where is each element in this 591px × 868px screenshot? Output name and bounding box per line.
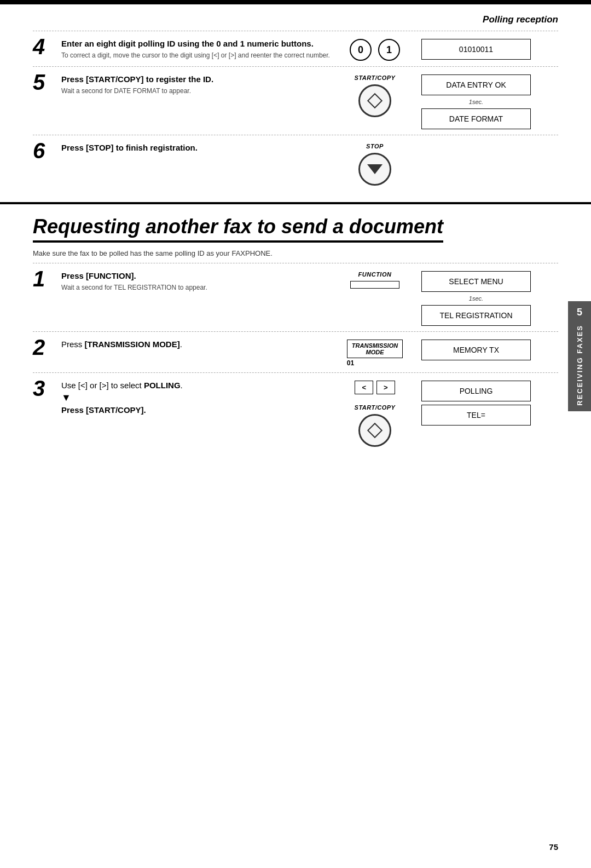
step-b3-row: 3 Use [<] or [>] to select POLLING. ▼ Pr… <box>33 372 558 452</box>
step-5-btn-label: START/COPY <box>355 74 396 81</box>
step-b1-content: Press [FUNCTION]. Wait a second for TEL … <box>61 271 339 292</box>
step-b1-title: Press [FUNCTION]. <box>61 271 339 280</box>
step-b3-display-2: TEL= <box>421 405 531 426</box>
page-container: Polling reception 4 Enter an eight digit… <box>0 0 591 868</box>
step-5-row: 5 Press [START/COPY] to register the ID.… <box>33 66 558 135</box>
step-b3-btn-label: START/COPY <box>355 404 396 411</box>
stop-icon <box>367 164 383 174</box>
top-bar <box>0 0 591 4</box>
step-b1-btn-col: FUNCTION <box>339 271 410 289</box>
step-b2-display-1: MEMORY TX <box>421 340 531 360</box>
key-1: 1 <box>378 39 400 61</box>
step-5-display-2: DATE FORMAT <box>421 108 531 129</box>
step-b3-content: Use [<] or [>] to select POLLING. ▼ Pres… <box>61 381 339 417</box>
start-copy-button-top[interactable] <box>358 84 391 117</box>
step-b3-inner: 3 Use [<] or [>] to select POLLING. ▼ Pr… <box>33 381 558 447</box>
top-steps-section: 4 Enter an eight digit polling ID using … <box>0 25 591 202</box>
step-5-btn-col: START/COPY <box>339 74 410 117</box>
step-b2-number: 2 <box>33 336 61 358</box>
tm-number: 01 <box>347 359 354 367</box>
arrow-buttons: < > <box>355 381 395 394</box>
step-b1-row: 1 Press [FUNCTION]. Wait a second for TE… <box>33 263 558 331</box>
key-0: 0 <box>350 39 372 61</box>
step-b1-onesec: 1sec. <box>421 295 531 302</box>
step-4-inner: 4 Enter an eight digit polling ID using … <box>33 39 558 61</box>
step-6-content: Press [STOP] to finish registration. <box>61 143 339 154</box>
left-arrow-button[interactable]: < <box>355 381 373 394</box>
step-6-right: STOP <box>339 143 558 186</box>
function-button[interactable] <box>350 281 399 289</box>
step-b1-display-2: TEL REGISTRATION <box>421 305 531 326</box>
step-b1-inner: 1 Press [FUNCTION]. Wait a second for TE… <box>33 271 558 326</box>
bottom-steps-section: 1 Press [FUNCTION]. Wait a second for TE… <box>0 263 591 452</box>
big-heading: Requesting another fax to send a documen… <box>33 215 443 243</box>
step-5-number: 5 <box>33 71 61 93</box>
step-b3-disp-col: POLLING TEL= <box>421 381 531 426</box>
step-6-btn-col: STOP <box>339 143 410 186</box>
side-tab-text: RECEIVING FAXES <box>576 325 584 406</box>
step-b3-right: < > START/COPY POLLING TEL= <box>339 381 558 447</box>
step-4-disp-col: 01010011 <box>421 39 531 60</box>
step-4-title: Enter an eight digit polling ID using th… <box>61 39 339 48</box>
step-b3-btn-col: < > START/COPY <box>339 381 410 447</box>
step-6-row: 6 Press [STOP] to finish registration. S… <box>33 135 558 191</box>
side-tab-number: 5 <box>577 307 582 318</box>
step-6-number: 6 <box>33 140 61 162</box>
step-b3-number: 3 <box>33 377 61 399</box>
step-5-disp-col: DATA ENTRY OK 1sec. DATE FORMAT <box>421 74 531 129</box>
step-5-inner: 5 Press [START/COPY] to register the ID.… <box>33 74 558 129</box>
big-heading-sub: Make sure the fax to be polled has the s… <box>33 249 558 257</box>
page-title: Polling reception <box>483 14 558 25</box>
step-4-content: Enter an eight digit polling ID using th… <box>61 39 339 60</box>
diamond-icon-2 <box>367 423 383 438</box>
page-number: 75 <box>549 842 558 852</box>
step-b1-right: FUNCTION SELECT MENU 1sec. TEL REGISTRAT… <box>339 271 558 326</box>
transmission-mode-button[interactable]: TRANSMISSIONMODE <box>347 340 403 358</box>
big-heading-section: Requesting another fax to send a documen… <box>0 202 591 263</box>
step-b1-display-1: SELECT MENU <box>421 271 531 292</box>
step-b2-inner: 2 Press [TRANSMISSION MODE]. TRANSMISSIO… <box>33 340 558 367</box>
step-4-row: 4 Enter an eight digit polling ID using … <box>33 31 558 66</box>
header: Polling reception <box>0 4 591 25</box>
step-b3-line2: Press [START/COPY]. <box>61 405 339 415</box>
step-5-content: Press [START/COPY] to register the ID. W… <box>61 74 339 96</box>
step-b2-btn-col: TRANSMISSIONMODE 01 <box>339 340 410 367</box>
step-b2-title: Press [TRANSMISSION MODE]. <box>61 340 339 349</box>
start-copy-button-bottom[interactable] <box>358 414 391 447</box>
step-b2-tm-label: TRANSMISSIONMODE 01 <box>347 340 403 367</box>
step-4-right: 0 1 01010011 <box>339 39 558 61</box>
step-6-title: Press [STOP] to finish registration. <box>61 143 339 152</box>
step-b1-number: 1 <box>33 268 61 290</box>
step-6-btn-label: STOP <box>366 143 384 150</box>
step-6-inner: 6 Press [STOP] to finish registration. S… <box>33 143 558 186</box>
step-b2-right: TRANSMISSIONMODE 01 MEMORY TX <box>339 340 558 367</box>
step-5-display-1: DATA ENTRY OK <box>421 74 531 95</box>
side-tab: 5 RECEIVING FAXES <box>568 301 591 411</box>
step-5-right: START/COPY DATA ENTRY OK 1sec. DATE FORM… <box>339 74 558 129</box>
step-b1-desc: Wait a second for TEL REGISTRATION to ap… <box>61 283 339 292</box>
step-b1-btn-label: FUNCTION <box>358 271 392 278</box>
step-b3-line1: Use [<] or [>] to select POLLING. <box>61 381 339 390</box>
step-b2-row: 2 Press [TRANSMISSION MODE]. TRANSMISSIO… <box>33 331 558 372</box>
step-b1-disp-col: SELECT MENU 1sec. TEL REGISTRATION <box>421 271 531 326</box>
down-arrow-text: ▼ <box>61 392 339 404</box>
stop-button[interactable] <box>358 153 391 186</box>
diamond-icon <box>367 93 383 108</box>
step-4-keys: 0 1 <box>350 39 400 61</box>
step-4-number: 4 <box>33 36 61 58</box>
step-b2-content: Press [TRANSMISSION MODE]. <box>61 340 339 351</box>
step-5-desc: Wait a second for DATE FORMAT to appear. <box>61 86 339 96</box>
right-arrow-button[interactable]: > <box>376 381 395 394</box>
step-b2-disp-col: MEMORY TX <box>421 340 531 360</box>
step-4-desc: To correct a digit, move the cursor to t… <box>61 50 339 60</box>
step-b3-display-1: POLLING <box>421 381 531 401</box>
step-5-title: Press [START/COPY] to register the ID. <box>61 74 339 84</box>
step-4-btn-col: 0 1 <box>339 39 410 61</box>
step-5-onesec: 1sec. <box>421 99 531 105</box>
step-4-display: 01010011 <box>421 39 531 60</box>
